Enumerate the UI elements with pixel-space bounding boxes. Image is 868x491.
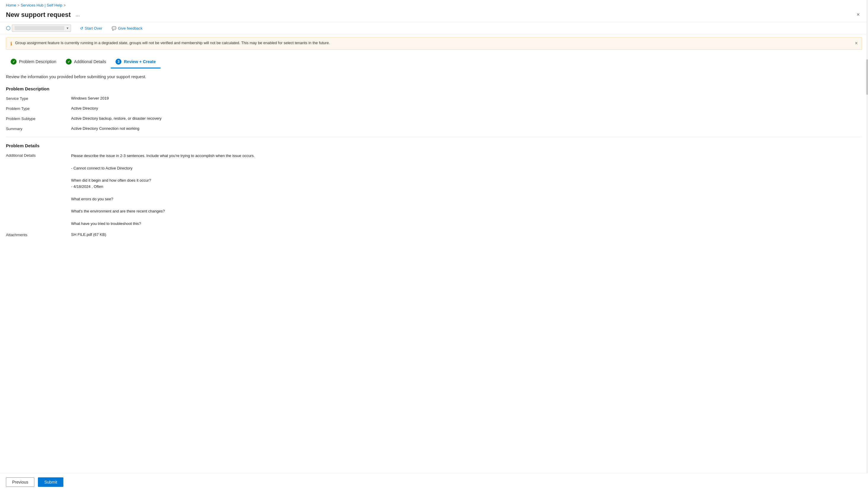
page-header: New support request ... × [0,9,868,22]
scrollbar-thumb[interactable] [866,59,868,95]
step-additional-details[interactable]: ✓ Additional Details [61,56,111,68]
dropdown-text [14,26,64,30]
org-icon: ⬡ [6,25,11,31]
field-problem-subtype: Problem Subtype Active Directory backup,… [6,116,862,121]
step2-label: Additional Details [74,59,106,64]
step3-label: Review + Create [124,59,156,64]
field-service-type: Service Type Windows Server 2019 [6,96,862,101]
step3-circle: 3 [116,59,121,65]
close-button[interactable]: × [854,10,862,19]
page-title: New support request [6,11,71,19]
feedback-icon: 💬 [112,26,116,31]
attachments-value: SH FILE.pdf (67 KB) [71,232,862,237]
additional-details-value: Please describe the issue in 2-3 sentenc… [71,153,862,227]
service-type-label: Service Type [6,96,71,101]
start-over-icon: ↺ [80,26,83,31]
additional-details-label: Additional Details [6,153,71,157]
info-icon: ℹ [10,41,12,47]
summary-label: Summary [6,126,71,131]
breadcrumb: Home > Services Hub | Self Help > [0,0,868,9]
main-content: Review the information you provided befo… [0,68,868,266]
problem-details-header: Problem Details [6,143,862,148]
toolbar: ⬡ ▾ ↺ Start Over 💬 Give feedback [0,22,868,34]
problem-details-section: Problem Details Additional Details Pleas… [6,143,862,237]
problem-description-header: Problem Description [6,86,862,91]
section-divider-1 [6,137,862,137]
steps: ✓ Problem Description ✓ Additional Detai… [0,53,868,68]
problem-subtype-label: Problem Subtype [6,116,71,121]
scrollbar-track[interactable] [866,0,868,266]
breadcrumb-sep1: > [18,3,20,7]
ellipsis-button[interactable]: ... [74,11,82,18]
breadcrumb-home[interactable]: Home [6,3,16,7]
attachments-label: Attachments [6,232,71,237]
step1-circle: ✓ [11,59,17,65]
field-attachments: Attachments SH FILE.pdf (67 KB) [6,232,862,237]
breadcrumb-sep2: > [63,3,65,7]
chevron-down-icon[interactable]: ▾ [67,26,68,30]
field-problem-type: Problem Type Active Directory [6,106,862,111]
alert-text: Group assignment feature is currently ru… [15,40,330,45]
step1-label: Problem Description [19,59,56,64]
step2-circle: ✓ [66,59,72,65]
summary-value: Active Directory Connection not working [71,126,862,131]
start-over-button[interactable]: ↺ Start Over [78,25,104,32]
problem-description-section: Problem Description Service Type Windows… [6,86,862,131]
start-over-label: Start Over [85,26,102,31]
alert-bar: ℹ Group assignment feature is currently … [6,37,862,50]
problem-type-value: Active Directory [71,106,862,111]
field-additional-details: Additional Details Please describe the i… [6,153,862,227]
step-review-create[interactable]: 3 Review + Create [111,56,160,68]
review-intro: Review the information you provided befo… [6,75,862,79]
problem-subtype-value: Active Directory backup, restore, or dis… [71,116,862,121]
toolbar-left: ⬡ ▾ [6,25,71,32]
alert-close-button[interactable]: × [855,40,858,46]
step-problem-description[interactable]: ✓ Problem Description [6,56,61,68]
toolbar-actions: ↺ Start Over 💬 Give feedback [78,25,144,32]
give-feedback-button[interactable]: 💬 Give feedback [110,25,144,32]
problem-type-label: Problem Type [6,106,71,111]
field-summary: Summary Active Directory Connection not … [6,126,862,131]
breadcrumb-services[interactable]: Services Hub | Self Help [21,3,62,7]
feedback-label: Give feedback [118,26,143,31]
service-type-value: Windows Server 2019 [71,96,862,100]
org-dropdown[interactable]: ▾ [12,25,71,32]
